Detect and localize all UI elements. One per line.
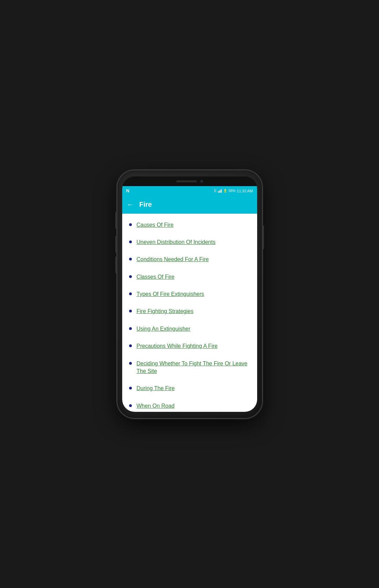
- status-right: E 🔋 56% 11:32 AM: [214, 189, 253, 193]
- menu-link-precautions[interactable]: Precautions While Fighting A Fire: [137, 342, 218, 350]
- battery-icon: 🔋: [223, 189, 227, 193]
- bullet-icon: [129, 362, 132, 365]
- menu-link-classes-of-fire[interactable]: Classes Of Fire: [137, 273, 175, 281]
- list-item: Causes Of Fire: [122, 216, 257, 234]
- bullet-icon: [129, 404, 132, 407]
- signal-bars: [218, 189, 222, 193]
- bullet-icon: [129, 240, 132, 243]
- bullet-icon: [129, 310, 132, 312]
- speaker-grille: [176, 180, 197, 182]
- network-type: E: [214, 189, 217, 193]
- bullet-icon: [129, 344, 132, 347]
- bullet-icon: [129, 387, 132, 389]
- front-camera: [200, 180, 203, 183]
- bullet-icon: [129, 292, 132, 295]
- content-area: Causes Of FireUneven Distribution Of Inc…: [122, 214, 257, 412]
- battery-percent: 56%: [229, 189, 235, 193]
- bullet-icon: [129, 258, 132, 260]
- list-item: During The Fire: [122, 380, 257, 397]
- menu-link-uneven-distribution[interactable]: Uneven Distribution Of Incidents: [137, 238, 215, 246]
- list-item: Using An Extinguisher: [122, 320, 257, 338]
- menu-link-when-on-road[interactable]: When On Road: [137, 402, 175, 410]
- clock: 11:32 AM: [237, 189, 253, 193]
- list-item: When On Road: [122, 397, 257, 412]
- list-item: Uneven Distribution Of Incidents: [122, 234, 257, 251]
- menu-list: Causes Of FireUneven Distribution Of Inc…: [122, 216, 257, 412]
- bullet-icon: [129, 275, 132, 278]
- bullet-icon: [129, 223, 132, 226]
- list-item: Fire Fighting Strategies: [122, 303, 257, 320]
- phone-screen: N E 🔋 56% 11:32 AM ←: [122, 186, 257, 412]
- menu-link-causes-of-fire[interactable]: Causes Of Fire: [137, 221, 174, 229]
- menu-link-during-fire[interactable]: During The Fire: [137, 385, 175, 392]
- menu-link-deciding-whether[interactable]: Deciding Whether To Fight The Fire Or Le…: [137, 360, 250, 375]
- menu-link-conditions-needed[interactable]: Conditions Needed For A Fire: [137, 256, 209, 263]
- phone-device: N E 🔋 56% 11:32 AM ←: [117, 170, 262, 418]
- list-item: Classes Of Fire: [122, 268, 257, 286]
- list-item: Precautions While Fighting A Fire: [122, 338, 257, 355]
- menu-link-fire-fighting-strategies[interactable]: Fire Fighting Strategies: [137, 308, 193, 315]
- list-item: Conditions Needed For A Fire: [122, 251, 257, 268]
- list-item: Deciding Whether To Fight The Fire Or Le…: [122, 355, 257, 380]
- app-notification-icon: N: [126, 188, 129, 193]
- list-item: Types Of Fire Extinguishers: [122, 286, 257, 303]
- page-title: Fire: [139, 201, 152, 209]
- phone-top-bar: [122, 177, 257, 186]
- status-left: N: [126, 188, 129, 193]
- app-bar: ← Fire: [122, 196, 257, 214]
- status-bar: N E 🔋 56% 11:32 AM: [122, 186, 257, 196]
- bullet-icon: [129, 327, 132, 330]
- back-button[interactable]: ←: [127, 201, 134, 209]
- menu-link-using-extinguisher[interactable]: Using An Extinguisher: [137, 325, 191, 333]
- menu-link-types-extinguishers[interactable]: Types Of Fire Extinguishers: [137, 290, 204, 298]
- phone-screen-wrapper: N E 🔋 56% 11:32 AM ←: [122, 177, 257, 412]
